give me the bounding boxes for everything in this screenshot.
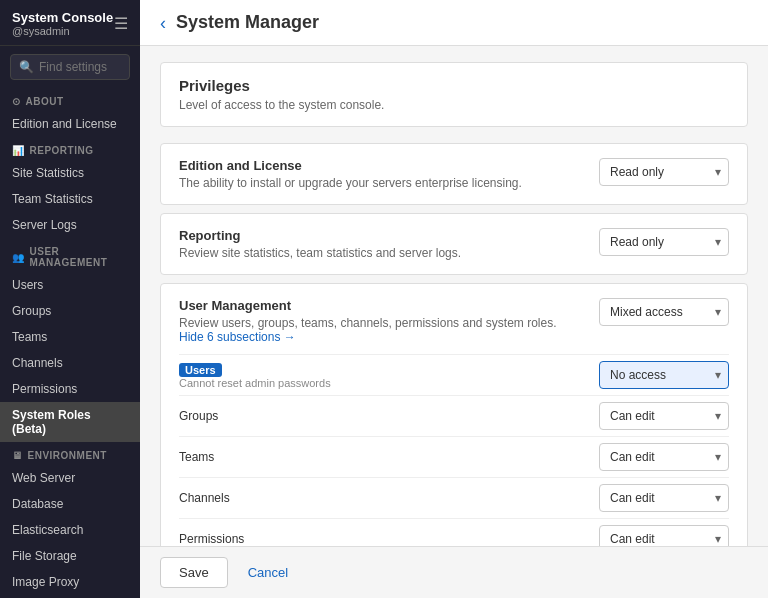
sidebar-item-server-logs[interactable]: Server Logs — [0, 212, 140, 238]
users-tag: Users — [179, 363, 222, 377]
sidebar-item-database[interactable]: Database — [0, 491, 140, 517]
sidebar-item-channels[interactable]: Channels — [0, 350, 140, 376]
setting-edition-license-select[interactable]: Read only Can edit No access Mixed acces… — [599, 158, 729, 186]
setting-user-management-desc: Review users, groups, teams, channels, p… — [179, 316, 579, 330]
sidebar-item-image-proxy[interactable]: Image Proxy — [0, 569, 140, 595]
privileges-header: Privileges Level of access to the system… — [160, 62, 748, 127]
sub-row-groups: Groups Can edit Read only No access — [179, 395, 729, 436]
sub-row-teams-label: Teams — [179, 450, 214, 464]
sub-row-teams-select-wrapper: Can edit Read only No access — [599, 443, 729, 471]
app-title: System Console — [12, 10, 113, 25]
sidebar: System Console @sysadmin ☰ 🔍 ⊙ ABOUT Edi… — [0, 0, 140, 598]
sub-row-users-select[interactable]: No access Read only Can edit — [599, 361, 729, 389]
setting-user-management-select-wrapper: Mixed access Read only Can edit No acces… — [599, 298, 729, 326]
sidebar-section-about: ⊙ ABOUT — [0, 88, 140, 111]
sidebar-item-web-server[interactable]: Web Server — [0, 465, 140, 491]
sub-row-permissions-select-wrapper: Can edit Read only No access — [599, 525, 729, 546]
sidebar-item-users[interactable]: Users — [0, 272, 140, 298]
sidebar-section-reporting: 📊 REPORTING — [0, 137, 140, 160]
reporting-section-icon: 📊 — [12, 145, 25, 156]
sidebar-section-environment: 🖥 ENVIRONMENT — [0, 442, 140, 465]
sub-row-groups-label: Groups — [179, 409, 218, 423]
setting-reporting-desc: Review site statistics, team statistics … — [179, 246, 579, 260]
setting-user-management-title: User Management — [179, 298, 579, 313]
setting-edition-license-desc: The ability to install or upgrade your s… — [179, 176, 579, 190]
sub-row-users-select-wrapper: No access Read only Can edit — [599, 361, 729, 389]
subsection-rows: Users Cannot reset admin passwords No ac… — [179, 354, 729, 546]
sub-row-channels-label: Channels — [179, 491, 230, 505]
hamburger-icon[interactable]: ☰ — [114, 14, 128, 33]
sidebar-item-system-roles[interactable]: System Roles (Beta) — [0, 402, 140, 442]
sub-row-channels-select-wrapper: Can edit Read only No access — [599, 484, 729, 512]
setting-reporting-select-wrapper: Read only Can edit No access Mixed acces… — [599, 228, 729, 256]
cancel-button[interactable]: Cancel — [238, 558, 298, 587]
setting-reporting-select[interactable]: Read only Can edit No access Mixed acces… — [599, 228, 729, 256]
sub-row-permissions-select[interactable]: Can edit Read only No access — [599, 525, 729, 546]
sub-row-channels: Channels Can edit Read only No access — [179, 477, 729, 518]
setting-edition-license-info: Edition and License The ability to insta… — [179, 158, 579, 190]
users-note: Cannot reset admin passwords — [179, 377, 599, 389]
sub-row-permissions: Permissions Can edit Read only No access — [179, 518, 729, 546]
sub-row-groups-select-wrapper: Can edit Read only No access — [599, 402, 729, 430]
search-input[interactable] — [39, 60, 121, 74]
setting-edition-license-select-wrapper: Read only Can edit No access Mixed acces… — [599, 158, 729, 186]
sub-row-users-info: Users Cannot reset admin passwords — [179, 362, 599, 389]
setting-user-management-select[interactable]: Mixed access Read only Can edit No acces… — [599, 298, 729, 326]
main-content: ‹ System Manager Privileges Level of acc… — [140, 0, 768, 598]
content-area: Privileges Level of access to the system… — [140, 46, 768, 546]
sub-row-channels-select[interactable]: Can edit Read only No access — [599, 484, 729, 512]
sub-row-teams-select[interactable]: Can edit Read only No access — [599, 443, 729, 471]
setting-reporting-title: Reporting — [179, 228, 579, 243]
privileges-description: Level of access to the system console. — [179, 98, 729, 112]
page-title: System Manager — [176, 12, 319, 33]
sub-row-groups-select[interactable]: Can edit Read only No access — [599, 402, 729, 430]
username: @sysadmin — [12, 25, 113, 37]
setting-user-management-header: User Management Review users, groups, te… — [179, 298, 729, 344]
setting-reporting: Reporting Review site statistics, team s… — [160, 213, 748, 275]
sidebar-item-site-statistics[interactable]: Site Statistics — [0, 160, 140, 186]
setting-user-management-info: User Management Review users, groups, te… — [179, 298, 579, 344]
setting-edition-license: Edition and License The ability to insta… — [160, 143, 748, 205]
setting-user-management: User Management Review users, groups, te… — [160, 283, 748, 546]
sidebar-header: System Console @sysadmin ☰ — [0, 0, 140, 46]
sub-row-teams: Teams Can edit Read only No access — [179, 436, 729, 477]
sidebar-item-team-statistics[interactable]: Team Statistics — [0, 186, 140, 212]
sidebar-section-user-management: 👥 USER MANAGEMENT — [0, 238, 140, 272]
about-section-icon: ⊙ — [12, 96, 21, 107]
sub-row-permissions-label: Permissions — [179, 532, 244, 546]
setting-edition-license-title: Edition and License — [179, 158, 579, 173]
environment-section-icon: 🖥 — [12, 450, 23, 461]
sidebar-item-teams[interactable]: Teams — [0, 324, 140, 350]
topbar: ‹ System Manager — [140, 0, 768, 46]
user-management-section-icon: 👥 — [12, 252, 25, 263]
save-button[interactable]: Save — [160, 557, 228, 588]
sidebar-item-file-storage[interactable]: File Storage — [0, 543, 140, 569]
footer-bar: Save Cancel — [140, 546, 768, 598]
setting-reporting-info: Reporting Review site statistics, team s… — [179, 228, 579, 260]
sidebar-search[interactable]: 🔍 — [10, 54, 130, 80]
back-button[interactable]: ‹ — [160, 14, 166, 32]
hide-subsections-link[interactable]: Hide 6 subsections → — [179, 330, 579, 344]
privileges-title: Privileges — [179, 77, 729, 94]
sidebar-item-permissions[interactable]: Permissions — [0, 376, 140, 402]
sidebar-item-edition-license[interactable]: Edition and License — [0, 111, 140, 137]
sidebar-item-groups[interactable]: Groups — [0, 298, 140, 324]
sidebar-item-elasticsearch[interactable]: Elasticsearch — [0, 517, 140, 543]
search-icon: 🔍 — [19, 60, 34, 74]
sub-row-users: Users Cannot reset admin passwords No ac… — [179, 354, 729, 395]
